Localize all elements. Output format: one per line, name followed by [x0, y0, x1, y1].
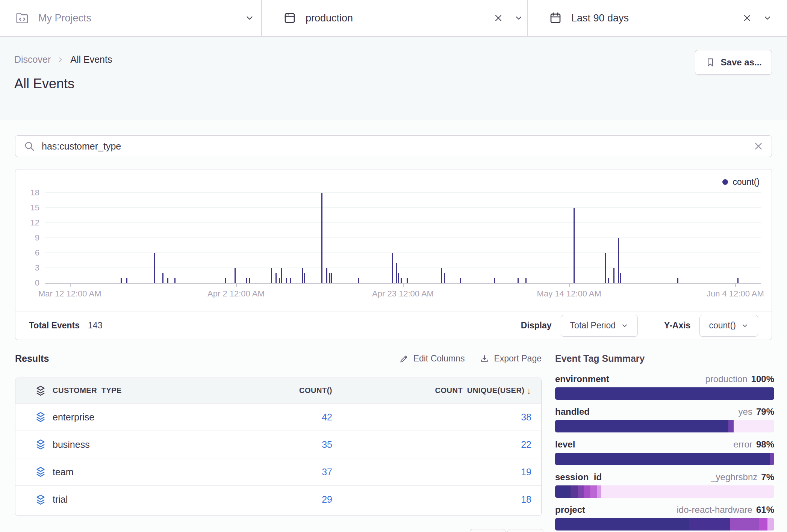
- chart-bar[interactable]: [271, 268, 272, 283]
- chart-bar[interactable]: [574, 208, 575, 283]
- count-link[interactable]: 35: [322, 439, 332, 450]
- tag-top-value: ido-react-hardware: [677, 505, 752, 515]
- pagination-prev-button[interactable]: [470, 529, 506, 532]
- tag-distribution-bar[interactable]: [555, 518, 774, 530]
- chart-bar[interactable]: [321, 193, 322, 283]
- chart-bar[interactable]: [174, 278, 176, 283]
- count-link[interactable]: 29: [322, 494, 332, 505]
- chart-bar[interactable]: [613, 268, 614, 283]
- environment-selector[interactable]: production: [261, 0, 527, 36]
- chart-bar[interactable]: [286, 278, 287, 283]
- tag-distribution-bar[interactable]: [555, 387, 774, 400]
- tag-name: handled: [555, 407, 590, 417]
- breadcrumb-discover-link[interactable]: Discover: [14, 54, 51, 65]
- sort-descending-icon[interactable]: ↓: [527, 385, 532, 396]
- edit-columns-button[interactable]: Edit Columns: [399, 354, 465, 364]
- layers-icon: [29, 466, 53, 478]
- chart-bar[interactable]: [358, 278, 359, 283]
- chart-bar[interactable]: [620, 273, 621, 283]
- chart-bar[interactable]: [518, 278, 519, 283]
- yaxis-dropdown[interactable]: count(): [699, 315, 758, 337]
- chart-bar[interactable]: [162, 273, 163, 283]
- chart-bar[interactable]: [121, 278, 122, 283]
- project-selector[interactable]: My Projects: [0, 0, 261, 36]
- chart-bar[interactable]: [235, 268, 236, 283]
- chart-bar[interactable]: [304, 273, 305, 283]
- count-unique-link[interactable]: 19: [521, 467, 531, 478]
- y-axis-tick-label: 0: [13, 278, 39, 288]
- tag-summary-item: levelerror98%: [555, 439, 774, 465]
- table-row[interactable]: team3719: [15, 458, 541, 486]
- chart-bar[interactable]: [331, 273, 332, 283]
- y-axis-tick-label: 9: [13, 233, 39, 243]
- chart-bar[interactable]: [225, 278, 226, 283]
- chart-bar[interactable]: [444, 273, 445, 283]
- clear-environment-icon[interactable]: [494, 14, 503, 23]
- project-selector-label: My Projects: [38, 12, 91, 24]
- chart-bar[interactable]: [246, 278, 247, 283]
- chart-bar[interactable]: [460, 278, 461, 283]
- chevron-down-icon[interactable]: [245, 13, 254, 23]
- count-unique-link[interactable]: 22: [521, 439, 531, 450]
- x-axis-tick-label: Apr 2 12:00 AM: [207, 289, 265, 299]
- count-link[interactable]: 37: [322, 467, 332, 477]
- chart-bar[interactable]: [279, 278, 280, 283]
- chart-bar[interactable]: [392, 253, 393, 283]
- chart-bar[interactable]: [281, 268, 282, 283]
- chart-bar[interactable]: [329, 273, 330, 283]
- count-link[interactable]: 42: [322, 412, 332, 422]
- tag-distribution-bar[interactable]: [555, 485, 774, 498]
- chart-bar[interactable]: [154, 253, 155, 283]
- chart-bar[interactable]: [401, 278, 402, 283]
- display-dropdown[interactable]: Total Period: [561, 315, 638, 337]
- search-bar[interactable]: has:customer_type: [15, 135, 772, 157]
- layers-icon: [29, 438, 53, 450]
- tag-distribution-bar[interactable]: [555, 420, 774, 432]
- tag-labels: environmentproduction100%: [555, 374, 774, 384]
- count-unique-link[interactable]: 18: [521, 494, 531, 505]
- tag-distribution-bar[interactable]: [555, 453, 774, 465]
- column-header-customer-type[interactable]: CUSTOMER_TYPE: [53, 386, 238, 395]
- chart-bar[interactable]: [494, 278, 495, 283]
- chart-legend: count(): [722, 177, 760, 187]
- chart-bar[interactable]: [737, 278, 739, 283]
- y-axis-tick-label: 15: [13, 203, 39, 213]
- chart-bar[interactable]: [677, 278, 678, 283]
- chart-bar[interactable]: [249, 278, 250, 283]
- daterange-selector[interactable]: Last 90 days: [527, 0, 787, 36]
- table-row[interactable]: trial2918: [15, 486, 541, 513]
- search-query[interactable]: has:customer_type: [42, 141, 747, 152]
- chevron-down-icon[interactable]: [514, 14, 523, 23]
- save-as-button[interactable]: Save as...: [695, 50, 772, 75]
- chart-bar[interactable]: [525, 278, 527, 283]
- chart-bar[interactable]: [618, 238, 619, 283]
- chart-bar[interactable]: [396, 263, 397, 283]
- cell-count-unique-user: 22: [332, 439, 531, 450]
- clear-daterange-icon[interactable]: [743, 14, 752, 23]
- chart-bar[interactable]: [441, 268, 442, 283]
- chart-bar[interactable]: [126, 278, 127, 283]
- count-unique-link[interactable]: 38: [521, 412, 531, 423]
- chart-bar[interactable]: [290, 278, 291, 283]
- pagination-next-button[interactable]: [507, 529, 543, 532]
- column-header-count[interactable]: COUNT(): [238, 386, 332, 395]
- column-header-count-unique-user[interactable]: COUNT_UNIQUE(USER) ↓: [332, 385, 531, 396]
- cell-customer-type: enterprise: [53, 412, 238, 423]
- chart-bar[interactable]: [275, 273, 277, 283]
- chart-bar[interactable]: [326, 268, 327, 283]
- chart-bar[interactable]: [167, 278, 168, 283]
- tag-bar-segment: [555, 453, 770, 465]
- table-row[interactable]: business3522: [15, 431, 541, 458]
- export-page-button[interactable]: Export Page: [480, 354, 542, 364]
- chart-bar[interactable]: [407, 278, 408, 283]
- search-clear-icon[interactable]: [754, 141, 763, 151]
- chart-bar[interactable]: [302, 268, 303, 283]
- chart-bar[interactable]: [608, 278, 609, 283]
- chevron-down-icon[interactable]: [763, 14, 772, 23]
- tag-top-percent: 100%: [751, 374, 774, 384]
- table-row[interactable]: enterprise4238: [15, 404, 541, 431]
- chart-bar[interactable]: [398, 273, 399, 283]
- tag-bar-segment: [555, 485, 571, 498]
- chart-bar[interactable]: [605, 253, 606, 283]
- x-axis-tick: [735, 284, 736, 287]
